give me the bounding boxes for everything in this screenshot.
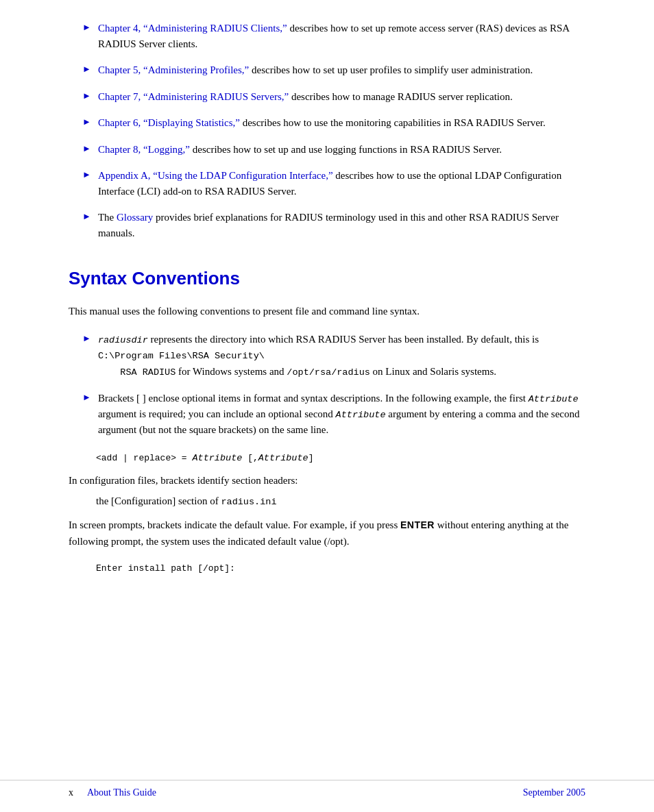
bullet-arrow-icon: ► <box>82 90 91 101</box>
glossary-link[interactable]: Glossary <box>117 212 153 223</box>
bullet-arrow-icon: ► <box>82 64 91 75</box>
bullet-arrow-icon: ► <box>82 333 91 344</box>
bullet-text: Appendix A, “Using the LDAP Configuratio… <box>98 168 585 199</box>
config-example: the [Configuration] section of radius.in… <box>96 493 585 510</box>
chapter5-link[interactable]: Chapter 5, “Administering Profiles,” <box>98 64 249 75</box>
page-footer: x About This Guide September 2005 <box>0 780 654 798</box>
radiusdir-italic: radiusdir <box>98 335 148 345</box>
syntax-item-2: ► Brackets [ ] enclose optional items in… <box>69 391 585 438</box>
appendixa-link[interactable]: Appendix A, “Using the LDAP Configuratio… <box>98 170 333 181</box>
syntax-conventions-heading: Syntax Conventions <box>69 268 585 289</box>
list-item: ► Chapter 7, “Administering RADIUS Serve… <box>69 89 585 105</box>
code-example-2: Enter install path [/opt]: <box>96 562 585 576</box>
chapter8-link[interactable]: Chapter 8, “Logging,” <box>98 144 190 155</box>
list-item: ► Chapter 6, “Displaying Statistics,” de… <box>69 115 585 131</box>
bullet-arrow-icon: ► <box>82 22 91 33</box>
chapter7-link[interactable]: Chapter 7, “Administering RADIUS Servers… <box>98 91 289 102</box>
bullet-arrow-icon: ► <box>82 211 91 222</box>
bullet-text: Chapter 5, “Administering Profiles,” des… <box>98 62 585 78</box>
bullet-arrow-icon: ► <box>82 116 91 127</box>
footer-date: September 2005 <box>523 787 585 798</box>
linux-path-code: /opt/rsa/radius <box>287 367 370 378</box>
bullet-arrow-icon: ► <box>82 169 91 180</box>
attribute-italic-2: Attribute <box>336 410 386 420</box>
bullet-text: The Glossary provides brief explanations… <box>98 210 585 241</box>
config-text: In configuration files, brackets identif… <box>69 472 585 489</box>
bullet-text: Chapter 8, “Logging,” describes how to s… <box>98 142 585 158</box>
list-item: ► Chapter 8, “Logging,” describes how to… <box>69 142 585 158</box>
list-item: ► Chapter 5, “Administering Profiles,” d… <box>69 62 585 78</box>
syntax-bullet-text-2: Brackets [ ] enclose optional items in f… <box>98 391 585 438</box>
page-number: x <box>69 787 73 798</box>
intro-paragraph: This manual uses the following conventio… <box>69 303 585 319</box>
bullet-arrow-icon: ► <box>82 392 91 403</box>
list-item: ► Appendix A, “Using the LDAP Configurat… <box>69 168 585 199</box>
chapter6-link[interactable]: Chapter 6, “Displaying Statistics,” <box>98 117 240 128</box>
about-this-guide-link[interactable]: About This Guide <box>87 787 156 798</box>
code-example-1: <add | replace> = Attribute [,Attribute] <box>96 452 585 465</box>
page-container: ► Chapter 4, “Administering RADIUS Clien… <box>0 0 654 812</box>
bullet-arrow-icon: ► <box>82 143 91 154</box>
list-item: ► The Glossary provides brief explanatio… <box>69 210 585 241</box>
bullet-text: Chapter 7, “Administering RADIUS Servers… <box>98 89 585 105</box>
list-item: ► Chapter 4, “Administering RADIUS Clien… <box>69 21 585 51</box>
footer-left: x About This Guide <box>69 787 156 798</box>
screen-prompt-paragraph: In screen prompts, brackets indicate the… <box>69 517 585 550</box>
chapter4-link[interactable]: Chapter 4, “Administering RADIUS Clients… <box>98 23 287 34</box>
enter-bold: ENTER <box>400 519 435 530</box>
syntax-item-1: ► radiusdir represents the directory int… <box>69 332 585 380</box>
syntax-list: ► radiusdir represents the directory int… <box>69 332 585 438</box>
bullet-text: Chapter 6, “Displaying Statistics,” desc… <box>98 115 585 131</box>
bullet-text: Chapter 4, “Administering RADIUS Clients… <box>98 21 585 51</box>
chapter-list: ► Chapter 4, “Administering RADIUS Clien… <box>69 21 585 241</box>
syntax-bullet-text-1: radiusdir represents the directory into … <box>98 332 585 380</box>
attribute-italic-1: Attribute <box>529 394 579 404</box>
